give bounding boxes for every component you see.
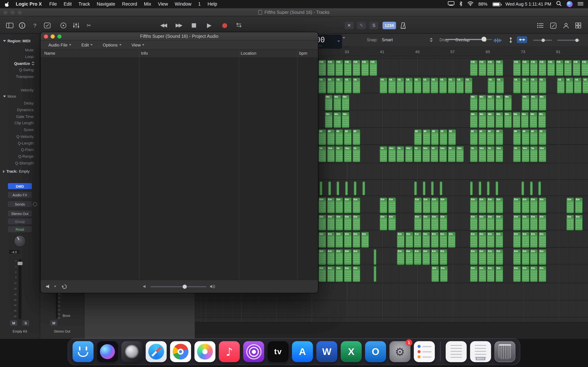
menubar-menu-track[interactable]: Track [78,1,90,7]
midi-region[interactable]: Wo [512,112,520,128]
mixer-icon[interactable] [71,21,81,30]
midi-region[interactable]: Em [414,215,422,231]
midi-region[interactable]: Vox [456,146,464,162]
strip-button-stereo-out[interactable]: Stereo Out [8,210,32,216]
midi-region[interactable]: Fift [530,60,538,76]
midi-region[interactable]: Em [431,249,439,265]
midi-region[interactable]: Wo [504,112,512,128]
capture-button[interactable]: ✕ [345,22,354,29]
column-header-bpm[interactable]: bpm [299,51,307,55]
apple-menu-icon[interactable] [5,1,10,7]
dock-music-icon[interactable]: ♪ [219,341,240,362]
midi-region[interactable]: Wo [342,95,350,111]
midi-region[interactable]: Em [327,266,335,282]
midi-region[interactable]: Vo [397,146,404,162]
pan-knob[interactable] [14,235,26,247]
region-param-quantize[interactable]: Quantize [14,61,35,66]
midi-region[interactable]: Em [495,249,503,265]
midi-region[interactable]: Wo [495,112,503,128]
midi-region[interactable]: 80 [318,129,326,145]
waveform-zoom-icon[interactable] [493,38,502,43]
midi-region[interactable] [521,181,524,195]
midi-region[interactable]: Em [431,197,439,213]
minimize-button[interactable] [51,34,55,38]
browser-icon[interactable] [573,21,583,30]
midi-region[interactable]: Em [380,215,388,231]
midi-region[interactable]: Em [495,232,503,248]
slider-thumb[interactable] [183,284,187,289]
midi-region[interactable]: Em [470,266,478,282]
midi-region[interactable]: Em [318,249,326,265]
midi-region[interactable]: Wo [522,95,529,111]
notepad-icon[interactable] [548,21,558,30]
midi-region[interactable]: VA [496,78,504,94]
solo-button[interactable]: S [22,320,29,326]
midi-region[interactable]: 80 [487,129,495,145]
lcd-display-chevron-icon[interactable] [337,40,340,42]
control-center-icon[interactable] [578,1,583,7]
midi-region[interactable]: VA [318,78,326,94]
region-param-q-range[interactable]: Q-Range: [18,154,35,158]
midi-region[interactable]: Em [327,232,335,248]
region-param-dynamics[interactable]: Dynamics: [17,108,35,112]
dock-safari-icon[interactable] [146,341,167,362]
column-header-info[interactable]: Info [141,51,148,55]
midi-region[interactable]: Fift [513,60,521,76]
midi-region[interactable]: Em [327,249,335,265]
region-param-q-strength[interactable]: Q-Strength: [15,161,35,165]
midi-region[interactable]: Em [495,266,503,282]
slider-thumb[interactable] [541,39,545,42]
midi-region[interactable]: Em [487,215,495,231]
midi-region[interactable]: Em [414,232,422,248]
strip-button-group[interactable]: Group [8,218,32,224]
midi-region[interactable] [538,181,541,195]
midi-region[interactable]: Em [344,197,352,213]
column-header-name[interactable]: Name [44,51,55,55]
midi-region[interactable]: Vox [405,146,413,162]
midi-region[interactable]: Fift [336,60,343,76]
mute-button[interactable]: M [10,320,17,326]
midi-region[interactable]: Em [513,197,521,213]
midi-region[interactable]: 80 [344,129,352,145]
midi-region[interactable]: Em [448,232,456,248]
midi-region[interactable]: Vox [478,146,486,162]
midi-region[interactable]: Em [397,249,405,265]
midi-region[interactable]: Fift [547,60,555,76]
midi-region[interactable]: 80 [327,129,335,145]
app-menu-name[interactable]: Logic Pro X [16,1,42,7]
midi-region[interactable]: VA [456,78,464,94]
horizontal-zoom-slider[interactable] [557,40,580,41]
dock-settings-icon[interactable]: ⚙1 [389,341,410,362]
midi-region[interactable]: Fift [495,60,503,76]
bluetooth-icon[interactable] [459,1,462,7]
midi-region[interactable]: Fift [353,60,360,76]
midi-region[interactable] [373,266,376,282]
midi-region[interactable]: Vo [318,146,326,162]
autopunch-button[interactable]: ✎ [357,22,366,29]
midi-region[interactable]: Wo [487,95,495,111]
midi-region[interactable]: Em [487,197,495,213]
midi-region[interactable]: VA [439,78,447,94]
midi-region[interactable]: Em [344,249,352,265]
dock-excel-icon[interactable]: X [341,341,362,362]
region-param-q-velocity[interactable]: Q-Velocity: [17,134,35,139]
midi-region[interactable]: VA [388,78,396,94]
midi-region[interactable]: Vox [344,146,352,162]
siri-icon[interactable] [567,1,573,7]
midi-region[interactable]: VA [574,78,582,94]
midi-region[interactable]: Wo [325,95,333,111]
midi-region[interactable]: Vo [530,146,538,162]
midi-region[interactable]: Em [495,197,503,213]
midi-region[interactable]: Em [478,215,486,231]
midi-region[interactable]: 80 [423,129,430,145]
dock-reminders-icon[interactable] [414,341,435,362]
midi-region[interactable]: VA [513,78,521,94]
midi-region[interactable]: Em [336,266,343,282]
midi-region[interactable]: Em [439,249,447,265]
midi-region[interactable]: Fift [369,60,377,76]
stop-button[interactable]: ■ [189,21,199,30]
midi-region[interactable]: Em [513,266,521,282]
midi-region[interactable]: Em [318,266,326,282]
midi-region[interactable]: Em [513,215,521,231]
midi-region[interactable]: Em [530,215,538,231]
